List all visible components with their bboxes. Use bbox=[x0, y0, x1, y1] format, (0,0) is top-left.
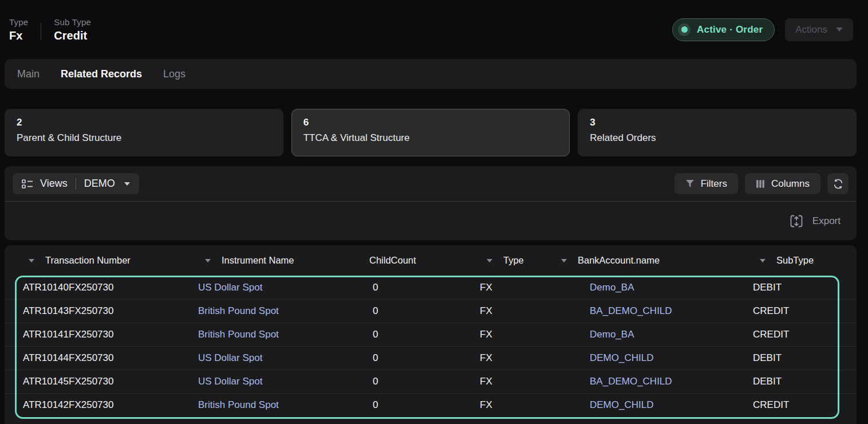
columns-button[interactable]: Columns bbox=[745, 173, 820, 194]
cell-type: FX bbox=[472, 376, 553, 387]
cell-instrument-name[interactable]: US Dollar Spot bbox=[190, 352, 365, 364]
cell-instrument-name[interactable]: US Dollar Spot bbox=[190, 282, 365, 293]
cell-childcount: 0 bbox=[365, 305, 472, 317]
chevron-down-icon bbox=[124, 182, 130, 186]
subtype-label: Sub Type bbox=[54, 17, 91, 27]
card-label: Parent & Child Structure bbox=[17, 132, 271, 144]
funnel-icon bbox=[685, 179, 695, 188]
column-header-label: Type bbox=[503, 255, 524, 266]
card-count: 6 bbox=[303, 117, 558, 128]
column-header-bankaccount-name[interactable]: BankAccount.name bbox=[553, 255, 745, 266]
card-related-orders[interactable]: 3 Related Orders bbox=[578, 109, 857, 156]
column-header-subtype[interactable]: SubType bbox=[745, 255, 857, 266]
cell-instrument-name[interactable]: British Pound Spot bbox=[190, 329, 365, 340]
summary-cards: 2 Parent & Child Structure 6 TTCA & Virt… bbox=[5, 109, 857, 156]
card-parent-child-structure[interactable]: 2 Parent & Child Structure bbox=[5, 109, 283, 156]
tab-related-records[interactable]: Related Records bbox=[61, 68, 142, 80]
table-row[interactable]: ATR10140FX250730 US Dollar Spot 0 FX Dem… bbox=[5, 276, 857, 299]
cell-bankaccount-name[interactable]: Demo_BA bbox=[553, 282, 745, 293]
column-header-label: BankAccount.name bbox=[578, 255, 660, 266]
views-selector[interactable]: Views DEMO bbox=[13, 173, 139, 194]
column-header-type[interactable]: Type bbox=[472, 255, 553, 266]
actions-button-label: Actions bbox=[795, 24, 827, 36]
cell-transaction-number: ATR10145FX250730 bbox=[15, 376, 190, 387]
card-count: 2 bbox=[17, 117, 271, 128]
cell-transaction-number: ATR10144FX250730 bbox=[15, 352, 190, 364]
export-button[interactable]: Export bbox=[789, 214, 841, 228]
views-current-value: DEMO bbox=[84, 178, 115, 190]
cell-bankaccount-name[interactable]: Demo_BA bbox=[553, 329, 745, 340]
columns-button-label: Columns bbox=[771, 178, 810, 190]
column-header-label: Instrument Name bbox=[222, 255, 294, 266]
sort-triangle-icon[interactable] bbox=[561, 259, 567, 262]
cell-instrument-name[interactable]: British Pound Spot bbox=[190, 399, 365, 411]
toolbar-row: Views DEMO Filters Columns bbox=[5, 166, 857, 201]
table-row[interactable]: ATR10144FX250730 US Dollar Spot 0 FX DEM… bbox=[5, 346, 857, 370]
cell-transaction-number: ATR10143FX250730 bbox=[15, 305, 190, 317]
cell-bankaccount-name[interactable]: DEMO_CHILD bbox=[553, 399, 745, 411]
tab-bar: Main Related Records Logs bbox=[5, 59, 857, 89]
column-header-transaction-number[interactable]: Transaction Number bbox=[15, 255, 190, 266]
toolbar-panel: Views DEMO Filters Columns bbox=[5, 166, 857, 240]
cell-subtype: DEBIT bbox=[745, 282, 857, 293]
filters-button[interactable]: Filters bbox=[674, 173, 738, 194]
column-header-childcount[interactable]: ChildCount bbox=[365, 255, 472, 266]
tab-main[interactable]: Main bbox=[17, 68, 40, 80]
column-header-instrument-name[interactable]: Instrument Name bbox=[190, 255, 365, 266]
cell-bankaccount-name[interactable]: BA_DEMO_CHILD bbox=[553, 305, 745, 317]
tab-logs[interactable]: Logs bbox=[163, 68, 186, 80]
status-badge: Active · Order bbox=[672, 18, 775, 41]
cell-bankaccount-name[interactable]: BA_DEMO_CHILD bbox=[553, 376, 745, 387]
status-dot-icon bbox=[678, 23, 691, 36]
type-value: Fx bbox=[9, 29, 28, 42]
cell-type: FX bbox=[472, 399, 553, 411]
views-label: Views bbox=[40, 178, 68, 190]
actions-button[interactable]: Actions bbox=[785, 18, 853, 41]
header-actions: Active · Order Actions bbox=[672, 18, 853, 41]
cell-subtype: DEBIT bbox=[745, 352, 857, 364]
cell-type: FX bbox=[472, 352, 553, 364]
column-header-label: ChildCount bbox=[369, 255, 416, 266]
cell-transaction-number: ATR10142FX250730 bbox=[15, 399, 190, 411]
table-row[interactable]: ATR10142FX250730 British Pound Spot 0 FX… bbox=[5, 393, 857, 417]
table-body: ATR10140FX250730 US Dollar Spot 0 FX Dem… bbox=[5, 276, 857, 417]
cell-type: FX bbox=[472, 305, 553, 317]
table-row[interactable]: ATR10145FX250730 US Dollar Spot 0 FX BA_… bbox=[5, 370, 857, 393]
cell-childcount: 0 bbox=[365, 399, 472, 411]
cell-subtype: CREDIT bbox=[745, 329, 857, 340]
card-label: Related Orders bbox=[590, 132, 845, 144]
views-divider bbox=[76, 178, 76, 190]
sort-triangle-icon[interactable] bbox=[487, 259, 492, 262]
subtype-group: Sub Type Credit bbox=[54, 17, 91, 42]
table-row[interactable]: ATR10143FX250730 British Pound Spot 0 FX… bbox=[5, 299, 857, 323]
export-icon bbox=[789, 214, 804, 228]
status-badge-text: Active · Order bbox=[697, 24, 763, 36]
cell-type: FX bbox=[472, 282, 553, 293]
sort-triangle-icon[interactable] bbox=[29, 259, 34, 262]
column-header-label: SubType bbox=[776, 255, 814, 266]
chevron-down-icon bbox=[836, 28, 843, 32]
header-divider bbox=[41, 23, 41, 40]
subtype-value: Credit bbox=[54, 29, 91, 42]
column-header-label: Transaction Number bbox=[45, 255, 131, 266]
filters-button-label: Filters bbox=[701, 178, 727, 190]
columns-icon bbox=[756, 179, 765, 189]
cell-type: FX bbox=[472, 329, 553, 340]
sort-triangle-icon[interactable] bbox=[760, 259, 766, 262]
cell-childcount: 0 bbox=[365, 352, 472, 364]
records-table: Transaction Number Instrument Name Child… bbox=[5, 245, 857, 424]
card-ttca-virtual-structure[interactable]: 6 TTCA & Virtual Structure bbox=[291, 109, 570, 156]
cell-subtype: DEBIT bbox=[745, 376, 857, 387]
refresh-button[interactable] bbox=[827, 173, 849, 194]
cell-transaction-number: ATR10141FX250730 bbox=[15, 329, 190, 340]
cell-instrument-name[interactable]: British Pound Spot bbox=[190, 305, 365, 317]
list-icon bbox=[22, 179, 33, 189]
record-identity: Type Fx Sub Type Credit bbox=[9, 17, 91, 42]
type-label: Type bbox=[9, 17, 28, 27]
sort-triangle-icon[interactable] bbox=[205, 259, 211, 262]
cell-bankaccount-name[interactable]: DEMO_CHILD bbox=[553, 352, 745, 364]
cell-subtype: CREDIT bbox=[745, 399, 857, 411]
table-row[interactable]: ATR10141FX250730 British Pound Spot 0 FX… bbox=[5, 323, 857, 346]
cell-childcount: 0 bbox=[365, 282, 472, 293]
cell-instrument-name[interactable]: US Dollar Spot bbox=[190, 376, 365, 387]
